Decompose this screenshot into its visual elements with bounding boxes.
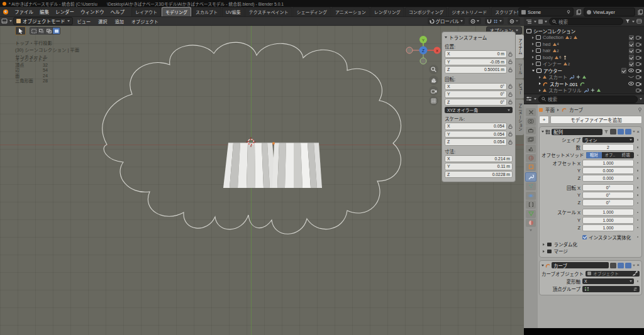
lock-icon[interactable]	[508, 59, 513, 64]
tab-view-layer-icon[interactable]	[526, 136, 536, 144]
scene-selector[interactable]: Scene	[518, 8, 574, 16]
outliner-row-inner[interactable]: インナー 2	[524, 61, 644, 68]
panel-collapse-icon[interactable]	[445, 36, 447, 38]
display-viewport-toggle[interactable]	[618, 129, 624, 135]
shape-dropdown[interactable]: ライン	[582, 137, 634, 143]
proportional-editing-controls[interactable]	[508, 18, 520, 25]
scale-x-field[interactable]: 1.000	[582, 209, 634, 216]
menu-object[interactable]: オブジェクト	[128, 18, 162, 25]
render-camera-icon[interactable]	[636, 35, 641, 40]
realize-instances-checkbox[interactable]	[582, 235, 587, 239]
tab-geometry-nodes[interactable]: ジオメトリノード	[448, 7, 491, 16]
zoom-button[interactable]	[429, 65, 438, 74]
add-modifier-button[interactable]: モディファイアーを追加	[550, 116, 642, 124]
outliner-editor-icon[interactable]	[526, 19, 532, 25]
tab-modifiers-icon[interactable]	[525, 172, 536, 182]
select-intersect-icon[interactable]	[53, 28, 60, 34]
transform-orientation-dropdown[interactable]: グローバル	[428, 18, 465, 25]
modifier-extras-chevron-icon[interactable]	[633, 265, 635, 266]
exclude-checkbox[interactable]	[621, 68, 627, 74]
rotation-mode-dropdown[interactable]: XYZ オイラー角	[445, 107, 513, 113]
render-camera-icon[interactable]	[636, 55, 641, 60]
count-field[interactable]: 2	[582, 144, 634, 151]
tab-sculpt[interactable]: スカルプト	[192, 7, 221, 16]
render-camera-icon[interactable]	[636, 48, 641, 53]
array-modifier-header[interactable]: 配列 ×	[541, 128, 640, 135]
tab-item[interactable]: アイテム	[516, 35, 524, 58]
outliner-row-collection[interactable]: Collection 2	[524, 35, 644, 41]
scale-z-field[interactable]: 1.000	[582, 224, 634, 231]
tab-compositing[interactable]: コンポジティング	[405, 7, 448, 16]
tabs-overflow-chevron-icon[interactable]	[530, 229, 532, 231]
expand-icon[interactable]	[539, 89, 541, 92]
expand-icon[interactable]	[532, 63, 534, 65]
outliner-options-icon[interactable]	[636, 19, 642, 24]
tab-view[interactable]: ビュー	[516, 79, 524, 99]
outliner-editor-chevron-icon[interactable]	[534, 21, 536, 23]
menu-window[interactable]: ウィンドウ	[77, 8, 108, 15]
curve-modifier-header[interactable]: カーブ ×	[541, 262, 640, 269]
exclude-checkbox[interactable]	[629, 48, 635, 54]
outliner-row-body[interactable]: body 6	[524, 54, 644, 61]
render-camera-icon[interactable]	[636, 88, 641, 92]
menu-file[interactable]: ファイル	[11, 8, 36, 15]
eye-closed-icon[interactable]	[628, 75, 634, 79]
rotation-y-row[interactable]: Y0°	[445, 91, 513, 98]
outliner-search-input[interactable]: 検索	[549, 18, 623, 25]
tab-material-icon[interactable]	[526, 219, 536, 227]
tab-uv-editing[interactable]: UV編集	[222, 7, 245, 16]
render-camera-icon[interactable]	[636, 69, 641, 73]
view-layer-selector[interactable]: ViewLayer	[584, 8, 635, 16]
render-camera-icon[interactable]	[636, 62, 641, 66]
display-cage-toggle[interactable]	[610, 129, 616, 135]
pin-icon[interactable]	[567, 10, 570, 14]
lock-icon[interactable]	[508, 52, 513, 57]
outliner-row-skirt-frill[interactable]: スカートフリル	[524, 87, 644, 94]
properties-search-input[interactable]: 検索	[538, 96, 638, 103]
offset-method-segmented[interactable]: 相対 オフ.. 終端	[586, 152, 635, 158]
scale-y-row[interactable]: Y0.054	[445, 131, 513, 138]
add-modifier-plus-button[interactable]: +	[539, 116, 549, 124]
modifier-close-button[interactable]: ×	[636, 263, 640, 268]
select-set-icon[interactable]	[30, 28, 37, 34]
expand-icon[interactable]	[532, 56, 534, 58]
lock-icon[interactable]	[508, 99, 513, 104]
modifier-extras-chevron-icon[interactable]	[633, 131, 635, 133]
display-viewport-toggle[interactable]	[618, 263, 624, 268]
lock-icon[interactable]	[508, 84, 513, 89]
editor-type-chevron-icon[interactable]	[9, 20, 12, 22]
swap-arrows-icon[interactable]	[633, 287, 638, 292]
dimensions-x-row[interactable]: X0.214 m	[445, 155, 513, 163]
exclude-checkbox[interactable]	[629, 35, 635, 41]
rotation-z-row[interactable]: Z0°	[445, 99, 513, 106]
scale-x-row[interactable]: X0.054	[445, 123, 513, 130]
dimensions-y-row[interactable]: Y0.11 m	[445, 163, 513, 170]
tab-tool-icon[interactable]	[526, 108, 536, 116]
rotation-z-field[interactable]: 0°	[582, 199, 634, 206]
select-extend-icon[interactable]	[38, 28, 45, 34]
offset-x-field[interactable]: 1.000	[582, 160, 634, 167]
exclude-checkbox[interactable]	[629, 62, 635, 67]
blender-logo-icon[interactable]	[2, 9, 9, 15]
expand-icon[interactable]	[532, 43, 534, 45]
properties-editor-icon[interactable]	[526, 96, 532, 102]
tab-modeling[interactable]: モデリング	[162, 7, 191, 16]
menu-render[interactable]: レンダー	[52, 8, 77, 15]
tab-physics-icon[interactable]	[526, 192, 536, 200]
outliner-row-hair[interactable]: hair 2	[524, 48, 644, 55]
expand-icon[interactable]	[539, 76, 541, 79]
rotation-y-field[interactable]: 0°	[582, 192, 634, 199]
lock-icon[interactable]	[508, 140, 513, 145]
randomize-checkbox[interactable]	[547, 243, 552, 247]
menu-select[interactable]: 選択	[95, 18, 110, 25]
collapse-icon[interactable]	[541, 131, 544, 133]
modifier-name-field[interactable]: 配列	[552, 129, 602, 135]
tab-animation[interactable]: アニメーション	[331, 7, 370, 16]
modifier-close-button[interactable]: ×	[636, 129, 640, 135]
active-tool-button[interactable]	[15, 26, 26, 35]
filter-funnel-icon[interactable]	[625, 19, 630, 24]
lock-icon[interactable]	[508, 92, 513, 97]
tab-shading[interactable]: シェーディング	[292, 7, 331, 16]
viewport-3d[interactable]: Y X Z オプション トップ・平行投影	[0, 26, 524, 335]
offset-y-field[interactable]: 0.000	[582, 167, 634, 174]
